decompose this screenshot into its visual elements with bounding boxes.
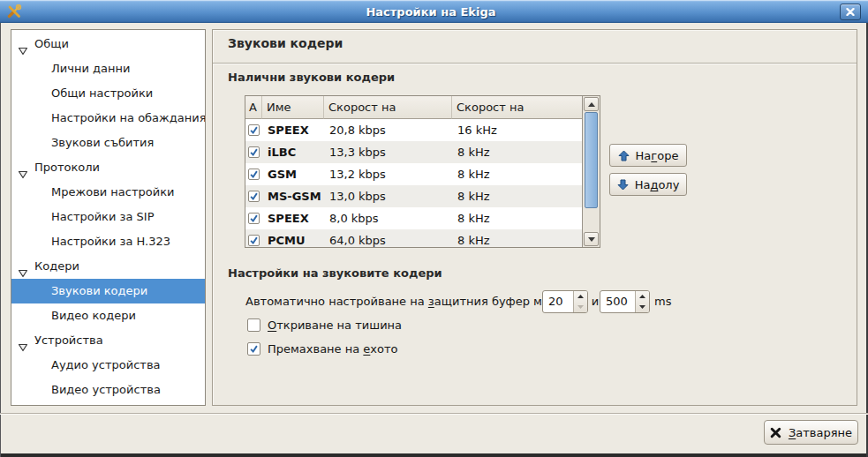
- option-label: Премахване на ехото: [268, 341, 398, 356]
- codec-active-checkbox[interactable]: [248, 124, 260, 136]
- sidebar-item-label: Аудио устройства: [51, 353, 161, 378]
- option-checkbox[interactable]: [247, 342, 260, 356]
- codec-active-checkbox[interactable]: [248, 235, 260, 246]
- move-down-button[interactable]: Надолу: [609, 173, 687, 196]
- sidebar-item[interactable]: Звукови събития: [11, 131, 205, 155]
- codec-bandwidth: 20,8 kbps: [324, 124, 452, 137]
- sidebar-item[interactable]: Настройки за SIP: [11, 205, 205, 229]
- sidebar-item-label: Звукови кодери: [51, 279, 147, 303]
- sidebar-item[interactable]: Общи: [11, 32, 205, 56]
- column-header[interactable]: Име: [262, 96, 324, 119]
- jitter-row: Автоматично настройване на защитния буфе…: [213, 290, 857, 313]
- codec-row[interactable]: SPEEX20,8 kbps16 kHz: [245, 119, 584, 141]
- codec-row[interactable]: PCMU64,0 kbps8 kHz: [245, 229, 584, 248]
- sidebar-item[interactable]: Аудио устройства: [11, 353, 205, 378]
- close-icon: [846, 8, 855, 16]
- option-row[interactable]: Откриване на тишина: [213, 318, 654, 333]
- sidebar-item[interactable]: Видео устройства: [11, 378, 205, 402]
- sidebar-item-label: Видео кодери: [51, 303, 136, 328]
- table-scrollbar[interactable]: [582, 96, 600, 247]
- move-up-label: Нагоре: [636, 149, 679, 162]
- header-separator: [213, 63, 857, 64]
- close-button-label: Затваряне: [789, 426, 852, 439]
- scroll-down-button[interactable]: [584, 232, 599, 246]
- sidebar-item-label: Протоколи: [34, 155, 100, 180]
- sidebar-item-label: Настройки на обажданията: [51, 106, 206, 131]
- window-close-button[interactable]: [840, 4, 861, 20]
- codec-active-checkbox[interactable]: [248, 146, 260, 158]
- sidebar-item-label: Общи настройки: [51, 81, 153, 106]
- expander-icon[interactable]: [18, 163, 28, 172]
- sidebar-item-label: Кодери: [34, 254, 79, 279]
- codec-active-checkbox[interactable]: [248, 213, 260, 224]
- codec-bandwidth: 64,0 kbps: [324, 234, 452, 247]
- sidebar-item[interactable]: Кодери: [11, 254, 205, 279]
- window-title: Настройки на Ekiga: [22, 5, 840, 19]
- expander-icon[interactable]: [18, 336, 28, 345]
- spinner-buttons[interactable]: [635, 291, 649, 312]
- sidebar-item[interactable]: Настройки на обажданията: [11, 106, 205, 131]
- jitter-unit-label: ms: [654, 290, 671, 313]
- move-up-button[interactable]: Нагоре: [609, 144, 687, 167]
- codecs-section-title: Налични звукови кодери: [228, 71, 395, 84]
- codec-row[interactable]: GSM13,2 kbps8 kHz: [245, 163, 584, 185]
- main-panel: Звукови кодери Налични звукови кодери AИ…: [212, 29, 857, 406]
- x-mark-icon: [770, 427, 781, 438]
- preferences-window: Настройки на Ekiga ОбщиЛични данниОбщи н…: [0, 0, 868, 457]
- column-header[interactable]: A: [245, 96, 262, 119]
- codec-clock: 8 kHz: [452, 146, 583, 159]
- jitter-max-spinner[interactable]: 500: [600, 290, 650, 313]
- spin-down-icon[interactable]: [636, 302, 649, 312]
- sidebar-item-label: Устройства: [34, 328, 103, 353]
- spin-down-icon[interactable]: [574, 302, 587, 312]
- arrow-down-icon: [617, 179, 629, 191]
- sidebar-item[interactable]: Звукови кодери: [11, 279, 205, 303]
- sidebar-item[interactable]: Протоколи: [11, 155, 205, 180]
- jitter-min-value[interactable]: 20: [543, 291, 573, 312]
- jitter-max-value[interactable]: 500: [600, 291, 635, 312]
- sidebar-item-label: Настройки за H.323: [51, 229, 170, 254]
- codec-row[interactable]: MS-GSM13,0 kbps8 kHz: [245, 185, 584, 207]
- sidebar-item-label: Мрежови настройки: [51, 180, 175, 205]
- codec-active-checkbox[interactable]: [248, 169, 260, 180]
- spin-up-icon[interactable]: [636, 291, 649, 302]
- sidebar-item-label: Видео устройства: [51, 378, 161, 402]
- codec-name: SPEEX: [262, 124, 324, 137]
- tools-icon: [6, 4, 22, 19]
- spin-up-icon[interactable]: [574, 291, 587, 302]
- close-button[interactable]: Затваряне: [764, 420, 858, 445]
- jitter-min-spinner[interactable]: 20: [542, 290, 588, 313]
- sidebar-item[interactable]: Общи настройки: [11, 81, 205, 106]
- table-header: AИмеСкорост на връзкатаСкорост на часовн…: [245, 96, 583, 119]
- sidebar-item-label: Звукови събития: [51, 131, 154, 155]
- scroll-up-button[interactable]: [584, 97, 599, 111]
- scrollbar-thumb[interactable]: [585, 112, 598, 208]
- option-row[interactable]: Премахване на ехото: [213, 341, 654, 356]
- codec-name: SPEEX: [262, 212, 324, 225]
- sidebar-item[interactable]: Настройки за H.323: [11, 229, 205, 254]
- codec-clock: 8 kHz: [452, 190, 583, 203]
- table-body: SPEEX20,8 kbps16 kHziLBC13,3 kbps8 kHzGS…: [245, 119, 584, 248]
- expander-icon[interactable]: [18, 262, 28, 271]
- sidebar-item[interactable]: Мрежови настройки: [11, 180, 205, 205]
- expander-icon[interactable]: [18, 40, 28, 49]
- settings-section-title: Настройки на звуковите кодери: [228, 266, 442, 280]
- footer-separator: [0, 413, 868, 415]
- option-label: Откриване на тишина: [268, 318, 402, 333]
- codec-bandwidth: 13,3 kbps: [324, 146, 452, 159]
- column-header[interactable]: Скорост на часовника: [452, 96, 583, 119]
- codec-row[interactable]: SPEEX8,0 kbps8 kHz: [245, 207, 584, 229]
- spinner-buttons[interactable]: [573, 291, 587, 312]
- sidebar-item[interactable]: Видео кодери: [11, 303, 205, 328]
- titlebar[interactable]: Настройки на Ekiga: [0, 0, 868, 23]
- sidebar-item[interactable]: Устройства: [11, 328, 205, 353]
- codec-active-checkbox[interactable]: [248, 191, 260, 202]
- codec-name: MS-GSM: [262, 190, 324, 203]
- column-header[interactable]: Скорост на връзката: [324, 96, 452, 119]
- option-checkbox[interactable]: [247, 318, 260, 332]
- codec-name: PCMU: [262, 234, 324, 247]
- sidebar-item-label: Лични данни: [51, 56, 130, 81]
- codec-clock: 8 kHz: [452, 168, 583, 181]
- codec-row[interactable]: iLBC13,3 kbps8 kHz: [245, 141, 584, 163]
- sidebar-item[interactable]: Лични данни: [11, 56, 205, 81]
